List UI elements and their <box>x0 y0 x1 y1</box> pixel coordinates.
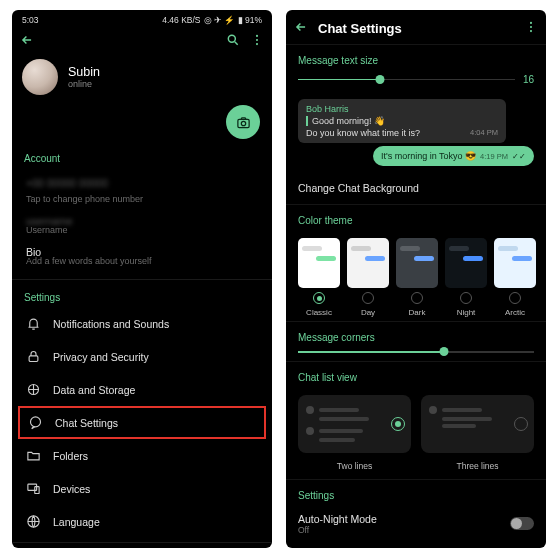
section-help: Help <box>12 547 272 548</box>
text-size-value: 16 <box>523 74 534 85</box>
status-bar: 5:03 4.46 KB/S◎ ✈ ⚡ ▮ 91% <box>12 10 272 27</box>
chat-settings-screen: Chat Settings Message text size 16 Bob H… <box>286 10 546 548</box>
chat-settings-highlight: Chat Settings <box>18 406 266 439</box>
username-row[interactable]: username <box>12 213 272 229</box>
section-chat-list-view: Chat list view <box>286 361 546 389</box>
bell-icon <box>26 316 41 331</box>
auto-night-row[interactable]: Auto-Night Mode Off <box>286 507 546 541</box>
avatar <box>22 59 58 95</box>
profile-status: online <box>68 79 100 89</box>
row-language[interactable]: Language <box>12 505 272 538</box>
svg-point-3 <box>256 43 258 45</box>
clv-two-label: Two lines <box>298 459 411 479</box>
globe-icon <box>26 514 41 529</box>
section-text-size: Message text size <box>286 44 546 72</box>
svg-point-8 <box>31 417 41 427</box>
svg-rect-6 <box>29 356 38 362</box>
svg-point-2 <box>256 39 258 41</box>
corners-slider[interactable] <box>286 349 546 361</box>
toolbar <box>12 27 272 57</box>
section-settings2: Settings <box>286 479 546 507</box>
auto-night-switch[interactable] <box>510 517 534 530</box>
row-notifications[interactable]: Notifications and Sounds <box>12 307 272 340</box>
more-icon[interactable] <box>250 33 264 49</box>
change-background[interactable]: Change Chat Background <box>286 172 546 204</box>
text-size-slider[interactable]: 16 <box>286 72 546 93</box>
row-folders[interactable]: Folders <box>12 439 272 472</box>
section-corners: Message corners <box>286 321 546 349</box>
clv-three-lines[interactable] <box>421 395 534 453</box>
section-account: Account <box>12 145 272 168</box>
svg-point-0 <box>228 35 235 42</box>
theme-night[interactable]: Night <box>445 238 487 317</box>
theme-day[interactable]: Day <box>347 238 389 317</box>
theme-classic[interactable]: Classic <box>298 238 340 317</box>
svg-point-1 <box>256 35 258 37</box>
lock-icon <box>26 349 41 364</box>
page-title: Chat Settings <box>318 21 402 36</box>
data-icon <box>26 382 41 397</box>
settings-screen: 5:03 4.46 KB/S◎ ✈ ⚡ ▮ 91% Subin online <box>12 10 272 548</box>
row-chat-settings[interactable]: Chat Settings <box>20 408 264 437</box>
svg-point-5 <box>241 121 245 125</box>
svg-point-14 <box>530 22 532 24</box>
preview-incoming: Bob Harris Good morning! 👋 Do you know w… <box>298 99 506 143</box>
section-settings: Settings <box>12 284 272 307</box>
phone-row[interactable]: +00 00000 00000 <box>12 168 272 198</box>
profile-name: Subin <box>68 65 100 79</box>
bio-hint: Add a few words about yourself <box>12 256 272 275</box>
clv-three-label: Three lines <box>421 459 534 479</box>
row-devices[interactable]: Devices <box>12 472 272 505</box>
svg-point-15 <box>530 26 532 28</box>
chat-icon <box>28 415 43 430</box>
folder-icon <box>26 448 41 463</box>
devices-icon <box>26 481 41 496</box>
camera-button[interactable] <box>226 105 260 139</box>
profile-header[interactable]: Subin online <box>12 57 272 101</box>
theme-dark[interactable]: Dark <box>396 238 438 317</box>
section-color-theme: Color theme <box>286 204 546 232</box>
back-icon[interactable] <box>294 20 308 36</box>
row-data[interactable]: Data and Storage <box>12 373 272 406</box>
toolbar: Chat Settings <box>286 10 546 44</box>
back-icon[interactable] <box>20 33 34 49</box>
svg-point-16 <box>530 30 532 32</box>
clv-two-lines[interactable] <box>298 395 411 453</box>
svg-rect-4 <box>237 119 248 127</box>
search-icon[interactable] <box>226 33 240 49</box>
more-icon[interactable] <box>524 20 538 36</box>
preview-outgoing: It's morning in Tokyo 😎 4:19 PM ✓✓ <box>373 146 534 166</box>
theme-list: Classic Day Dark Night Arctic <box>286 232 546 321</box>
row-privacy[interactable]: Privacy and Security <box>12 340 272 373</box>
theme-arctic[interactable]: Arctic <box>494 238 536 317</box>
